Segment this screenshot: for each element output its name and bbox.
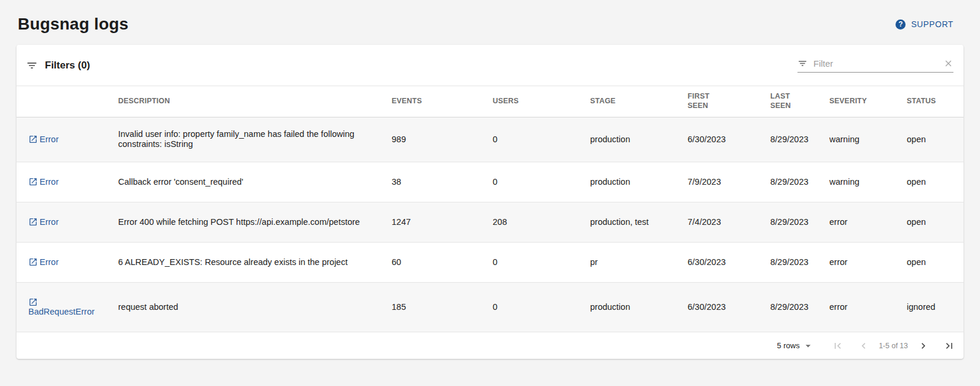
filters-toggle[interactable]: Filters (0) — [26, 60, 90, 71]
last-seen-cell: 8/29/2023 — [770, 162, 829, 202]
column-header-last-seen: LAST SEEN — [770, 86, 829, 117]
severity-cell: error — [829, 282, 907, 332]
table-row: Error Callback error 'consent_required' … — [17, 162, 963, 202]
first-page-icon[interactable] — [832, 340, 844, 352]
column-header-stage: STAGE — [590, 86, 688, 117]
severity-cell: error — [829, 202, 907, 242]
rows-per-page-label: 5 rows — [777, 341, 799, 350]
stage-cell: production — [590, 117, 688, 162]
logs-card: Filters (0) DESCRIPTION EVENTS USERS — [17, 45, 963, 359]
column-header-users: USERS — [493, 86, 590, 117]
stage-cell: production — [590, 282, 688, 332]
last-seen-cell: 8/29/2023 — [770, 117, 829, 162]
open-in-new-icon — [28, 297, 38, 307]
description-cell: Error 400 while fetching POST https://ap… — [118, 217, 372, 227]
pagination-bar: 5 rows 1-5 of 13 — [17, 332, 963, 359]
help-icon: ? — [896, 19, 906, 30]
chevron-right-icon[interactable] — [917, 340, 929, 352]
table-row: Error Error 400 while fetching POST http… — [17, 202, 963, 242]
filter-list-icon — [26, 60, 38, 71]
stage-cell: production, test — [590, 202, 688, 242]
status-cell: ignored — [907, 282, 963, 332]
table-row: Error 6 ALREADY_EXISTS: Resource already… — [17, 242, 963, 282]
column-header-status: STATUS — [907, 86, 963, 117]
filters-toolbar: Filters (0) — [17, 45, 963, 86]
last-seen-cell: 8/29/2023 — [770, 242, 829, 282]
description-cell: request aborted — [118, 302, 372, 312]
page-title: Bugsnag logs — [18, 15, 129, 34]
description-cell: 6 ALREADY_EXISTS: Resource already exist… — [118, 257, 372, 267]
clear-filter-icon[interactable] — [943, 58, 953, 68]
first-seen-cell: 6/30/2023 — [688, 282, 770, 332]
events-cell: 1247 — [392, 202, 493, 242]
status-cell: open — [907, 162, 963, 202]
column-header-description: DESCRIPTION — [118, 86, 392, 117]
error-link[interactable]: Error — [28, 217, 58, 227]
open-in-new-icon — [28, 177, 38, 187]
first-seen-cell: 6/30/2023 — [688, 242, 770, 282]
filters-label: Filters (0) — [45, 60, 90, 71]
error-link[interactable]: Error — [28, 257, 58, 267]
filter-input[interactable] — [812, 58, 939, 69]
error-link[interactable]: Error — [28, 177, 58, 187]
error-link[interactable]: BadRequestError — [28, 297, 95, 317]
description-cell: Callback error 'consent_required' — [118, 177, 372, 187]
users-cell: 0 — [493, 117, 590, 162]
severity-cell: error — [829, 242, 907, 282]
rows-per-page-select[interactable]: 5 rows — [777, 340, 813, 352]
caret-down-icon — [802, 340, 814, 352]
error-link-label: Error — [40, 177, 58, 187]
errors-table: DESCRIPTION EVENTS USERS STAGE FIRST SEE… — [17, 86, 963, 332]
events-cell: 38 — [392, 162, 493, 202]
stage-cell: production — [590, 162, 688, 202]
pagination-range: 1-5 of 13 — [879, 342, 908, 350]
column-header-link — [17, 86, 118, 117]
table-row: Error Invalid user info: property family… — [17, 117, 963, 162]
status-cell: open — [907, 202, 963, 242]
filter-field — [797, 58, 953, 73]
severity-cell: warning — [829, 162, 907, 202]
column-header-severity: SEVERITY — [829, 86, 907, 117]
severity-cell: warning — [829, 117, 907, 162]
events-cell: 989 — [392, 117, 493, 162]
error-link-label: Error — [40, 135, 58, 144]
filter-icon — [797, 58, 808, 68]
users-cell: 0 — [493, 162, 590, 202]
last-seen-cell: 8/29/2023 — [770, 282, 829, 332]
users-cell: 208 — [493, 202, 590, 242]
column-header-first-seen: FIRST SEEN — [688, 86, 770, 117]
description-cell: Invalid user info: property family_name … — [118, 129, 372, 149]
chevron-left-icon[interactable] — [858, 340, 870, 352]
open-in-new-icon — [28, 257, 38, 267]
first-seen-cell: 7/4/2023 — [688, 202, 770, 242]
error-link[interactable]: Error — [28, 135, 58, 144]
first-seen-cell: 7/9/2023 — [688, 162, 770, 202]
table-row: BadRequestError request aborted 185 0 pr… — [17, 282, 963, 332]
column-header-events: EVENTS — [392, 86, 493, 117]
last-seen-cell: 8/29/2023 — [770, 202, 829, 242]
status-cell: open — [907, 117, 963, 162]
table-header-row: DESCRIPTION EVENTS USERS STAGE FIRST SEE… — [17, 86, 963, 117]
error-link-label: BadRequestError — [28, 307, 95, 316]
status-cell: open — [907, 242, 963, 282]
stage-cell: pr — [590, 242, 688, 282]
events-cell: 185 — [392, 282, 493, 332]
support-label: SUPPORT — [911, 19, 953, 29]
page-header: Bugsnag logs ? SUPPORT — [18, 13, 962, 35]
users-cell: 0 — [493, 282, 590, 332]
error-link-label: Error — [40, 257, 58, 267]
open-in-new-icon — [28, 135, 38, 144]
error-link-label: Error — [40, 217, 58, 227]
first-seen-cell: 6/30/2023 — [688, 117, 770, 162]
events-cell: 60 — [392, 242, 493, 282]
open-in-new-icon — [28, 217, 38, 227]
last-page-icon[interactable] — [943, 340, 955, 352]
support-button[interactable]: ? SUPPORT — [896, 19, 953, 30]
users-cell: 0 — [493, 242, 590, 282]
